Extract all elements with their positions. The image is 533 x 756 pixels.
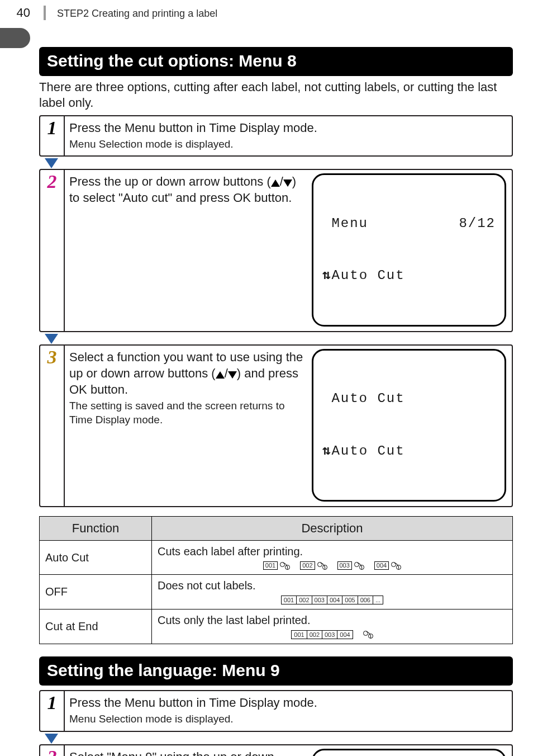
step-main: Select "Menu 9" using the up or down arr… [69,750,296,756]
step-row: 2 Press the up or down arrow buttons (/)… [40,170,512,331]
updown-arrow-icon: ⇅ [322,268,331,283]
label-cutend-row: 001 002 003 004 [158,630,507,639]
step-sub: The setting is saved and the screen retu… [69,399,305,427]
label-roll-row: 001 002 003 004 [158,561,507,570]
arrow-up-icon [216,371,225,379]
step-main: Press the up or down arrow buttons (/) t… [69,174,296,205]
steps-language: 2 Select "Menu 9" using the up or down a… [39,744,513,756]
section-title-cut-options: Setting the cut options: Menu 8 [39,47,513,76]
lcd-panel: Menu8/12 ⇅Auto Cut [312,173,506,327]
content: Setting the cut options: Menu 8 There ar… [39,47,513,756]
func-desc: Cuts each label after printing. [158,545,507,558]
lcd-line1-right: 8/12 [459,215,496,232]
lcd-line2: Auto Cut [331,443,404,459]
section-intro: There are three options, cutting after e… [39,79,513,111]
table-row: Auto Cut Cuts each label after printing.… [40,541,513,575]
step-number: 3 [40,346,65,507]
steps-cut-options: 2 Press the up or down arrow buttons (/)… [39,169,513,332]
func-name: OFF [40,575,152,609]
label-roll-icon: 003 [337,561,364,570]
breadcrumb: STEP2 Creating and printing a label [57,7,217,20]
lcd-line2: Auto Cut [331,268,404,283]
steps-language: 1 Press the Menu button in Time Display … [39,690,513,731]
func-name: Cut at End [40,609,152,644]
step-sub: Menu Selection mode is displayed. [69,137,506,151]
page-header: 40 STEP2 Creating and printing a label [0,6,533,20]
step-row: 1 Press the Menu button in Time Display … [40,116,512,155]
step-sub: Menu Selection mode is displayed. [69,712,506,726]
updown-arrow-icon: ⇅ [322,443,331,459]
table-head-description: Description [152,517,513,541]
step-number: 2 [40,170,65,331]
label-roll-icon: 001 [263,561,290,570]
func-desc: Cuts only the last label printed. [158,614,507,627]
table-row: Cut at End Cuts only the last label prin… [40,609,513,644]
steps-cut-options: 1 Press the Menu button in Time Display … [39,115,513,157]
label-roll-icon: 002 [300,561,327,570]
step-main: Select a function you want to use using … [69,350,303,396]
arrow-up-icon [271,179,280,187]
step-text: Press the Menu button in Time Display mo… [69,120,506,151]
header-divider [44,6,46,20]
func-desc-cell: Cuts each label after printing. 001 002 … [152,541,513,575]
spool-icon [363,631,373,639]
step-text: Select a function you want to use using … [69,349,305,427]
function-table: Function Description Auto Cut Cuts each … [39,516,513,644]
step-separator [39,732,513,744]
step-main: Press the Menu button in Time Display mo… [69,121,317,135]
side-tab [0,28,30,48]
func-desc-cell: Does not cut labels. 001 002 003 004 005… [152,575,513,609]
chevron-down-icon [45,158,58,168]
label-strip-icon: 001 002 003 004 [291,630,353,639]
arrow-down-icon [228,371,237,379]
steps-cut-options: 3 Select a function you want to use usin… [39,344,513,508]
section-title-language: Setting the language: Menu 9 [39,656,513,686]
label-strip-row: 001 002 003 004 005 006 ... [158,596,507,604]
page-number: 40 [0,6,32,20]
step-number: 1 [40,116,65,155]
step-main: Press the Menu button in Time Display mo… [69,696,317,710]
step-text: Select "Menu 9" using the up or down arr… [69,749,305,756]
table-row: OFF Does not cut labels. 001 002 003 004 [40,575,513,609]
lcd-panel: Auto Cut ⇅Auto Cut [312,349,506,502]
step-separator [39,332,513,344]
step-number: 1 [40,691,65,730]
lcd-line1-left: Auto Cut [322,390,405,407]
func-desc: Does not cut labels. [158,579,507,592]
lcd-line1-left: Menu [322,215,368,232]
chevron-down-icon [45,734,58,744]
step-row: 2 Select "Menu 9" using the up or down a… [40,745,512,756]
table-head-function: Function [40,517,152,541]
step-text: Press the up or down arrow buttons (/) t… [69,173,305,206]
step-separator [39,157,513,169]
chevron-down-icon [45,334,58,344]
func-desc-cell: Cuts only the last label printed. 001 00… [152,609,513,644]
page: 40 STEP2 Creating and printing a label S… [0,0,533,756]
step-row: 3 Select a function you want to use usin… [40,346,512,507]
func-name: Auto Cut [40,541,152,575]
arrow-down-icon [283,179,292,187]
step-row: 1 Press the Menu button in Time Display … [40,691,512,730]
label-strip-icon: 001 002 003 004 005 006 ... [281,596,383,604]
step-text: Press the Menu button in Time Display mo… [69,694,506,726]
label-roll-icon: 004 [374,561,401,570]
lcd-panel: Menu9/12 ⇅Language [312,749,506,756]
step-number: 2 [40,745,65,756]
